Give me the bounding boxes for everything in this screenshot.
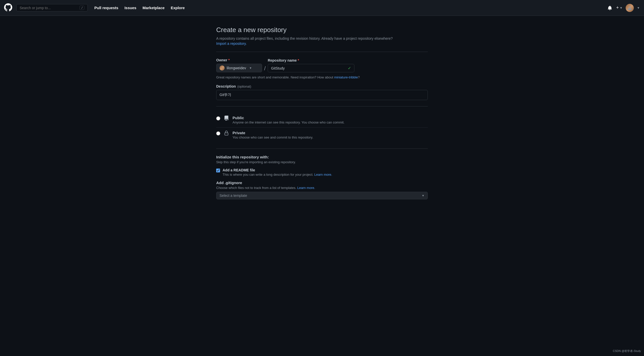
plus-chevron-icon: ▼	[620, 6, 623, 10]
public-desc: Anyone on the internet can see this repo…	[233, 120, 344, 124]
owner-field-group: Owner* lilongweidev ▼	[216, 58, 262, 72]
nav-pull-requests[interactable]: Pull requests	[92, 4, 121, 12]
readme-desc: This is where you can write a long descr…	[223, 173, 332, 176]
repo-name-valid-icon: ✓	[348, 66, 351, 71]
public-title: Public	[233, 116, 344, 120]
init-section: Initialize this repository with: Skip th…	[216, 155, 428, 199]
watermark: CSDN @初学者-Study	[613, 349, 641, 353]
plus-icon: +	[616, 5, 619, 10]
init-divider	[216, 148, 428, 149]
gitignore-dropdown-chevron: ▼	[422, 194, 424, 197]
page-subtitle: A repository contains all project files,…	[216, 36, 428, 40]
init-title: Initialize this repository with:	[216, 155, 428, 159]
gitignore-learn-more-link[interactable]: Learn more.	[297, 186, 315, 190]
private-content: Private You choose who can see and commi…	[233, 131, 313, 139]
search-bar[interactable]: /	[16, 4, 88, 11]
repo-name-label: Repository name*	[268, 58, 354, 62]
main-nav: Pull requests Issues Marketplace Explore	[92, 4, 602, 12]
repo-name-input-wrapper[interactable]: ✓	[268, 64, 354, 72]
search-shortcut: /	[80, 6, 84, 10]
nav-marketplace[interactable]: Marketplace	[140, 4, 167, 12]
main-content: Create a new repository A repository con…	[211, 26, 433, 215]
import-link[interactable]: Import a repository.	[216, 42, 247, 46]
private-radio[interactable]	[216, 131, 220, 135]
create-new-button[interactable]: + ▼	[616, 5, 623, 10]
repo-name-required-star: *	[298, 58, 299, 62]
owner-repo-row: Owner* lilongweidev ▼ / Repository name*…	[216, 58, 428, 72]
suggestion-link[interactable]: miniature-tribble	[334, 75, 358, 79]
repo-name-field-group: Repository name* ✓	[268, 58, 354, 72]
description-input[interactable]	[216, 90, 428, 100]
readme-learn-more-link[interactable]: Learn more.	[314, 173, 332, 176]
gitignore-dropdown[interactable]: Select a template ▼	[216, 192, 428, 199]
page-title: Create a new repository	[216, 26, 428, 34]
visibility-divider	[216, 106, 428, 106]
repo-name-input[interactable]	[271, 66, 346, 70]
owner-name: lilongweidev	[227, 66, 246, 70]
public-content: Public Anyone on the internet can see th…	[233, 116, 344, 124]
slash-separator: /	[264, 65, 266, 72]
avatar-image	[626, 4, 634, 12]
avatar-chevron-icon[interactable]: ▼	[637, 6, 640, 10]
init-subtitle: Skip this step if you're importing an ex…	[216, 160, 428, 164]
github-logo-link[interactable]	[4, 3, 12, 12]
private-desc: You choose who can see and commit to thi…	[233, 135, 313, 139]
navbar-right: + ▼ ▼	[607, 4, 640, 12]
readme-title: Add a README file	[223, 168, 332, 172]
owner-avatar-small	[220, 65, 225, 71]
gitignore-desc: Choose which files not to track from a l…	[216, 186, 428, 190]
gitignore-section: Add .gitignore Choose which files not to…	[216, 181, 428, 199]
search-input[interactable]	[20, 6, 78, 10]
owner-label: Owner*	[216, 58, 262, 62]
readme-checkbox[interactable]	[216, 169, 220, 172]
owner-dropdown[interactable]: lilongweidev ▼	[216, 64, 262, 72]
owner-chevron-icon: ▼	[249, 66, 252, 70]
gitignore-dropdown-label: Select a template	[220, 194, 247, 198]
visibility-section: Public Anyone on the internet can see th…	[216, 113, 428, 142]
gitignore-title: Add .gitignore	[216, 181, 428, 185]
public-icon	[223, 116, 229, 122]
readme-option: Add a README file This is where you can …	[216, 168, 428, 176]
nav-issues[interactable]: Issues	[122, 4, 139, 12]
private-title: Private	[233, 131, 313, 135]
notifications-button[interactable]	[607, 5, 613, 11]
private-option: Private You choose who can see and commi…	[216, 127, 428, 142]
readme-content: Add a README file This is where you can …	[223, 168, 332, 176]
inspiration-text: Great repository names are short and mem…	[216, 75, 428, 79]
owner-required-star: *	[228, 58, 230, 62]
description-label: Description (optional)	[216, 84, 428, 88]
public-option: Public Anyone on the internet can see th…	[216, 113, 428, 127]
description-section: Description (optional)	[216, 84, 428, 100]
public-radio[interactable]	[216, 116, 220, 120]
private-icon	[223, 131, 229, 137]
navbar: / Pull requests Issues Marketplace Explo…	[0, 0, 644, 16]
description-optional-text: (optional)	[237, 85, 251, 88]
user-avatar[interactable]	[626, 4, 634, 12]
nav-explore[interactable]: Explore	[168, 4, 187, 12]
section-divider	[216, 52, 428, 52]
